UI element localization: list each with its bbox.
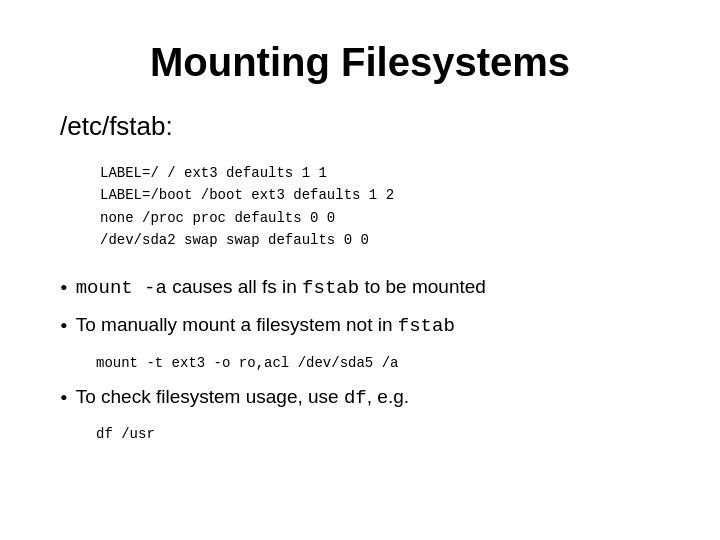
bullet-item-2-code: mount -t ext3 -o ro,acl /dev/sda5 /a (60, 351, 660, 374)
bullet-list: • mount -a causes all fs in fstab to be … (60, 274, 660, 446)
bullet3-code: df /usr (96, 424, 660, 445)
fstab-section-label: /etc/fstab: (60, 111, 660, 142)
bullet-item-2: • To manually mount a filesystem not in … (60, 312, 660, 341)
bullet2-mono: fstab (398, 315, 455, 337)
bullet2-code: mount -t ext3 -o ro,acl /dev/sda5 /a (96, 353, 660, 374)
bullet-dot-2: • (60, 312, 68, 341)
bullet3-mono: df (344, 387, 367, 409)
bullet3-text: To check filesystem usage, use (76, 386, 344, 407)
slide-title: Mounting Filesystems (60, 40, 660, 85)
bullet2-text: To manually mount a filesystem not in (76, 314, 398, 335)
bullet3-suffix: , e.g. (367, 386, 409, 407)
fstab-line-4: /dev/sda2 swap swap defaults 0 0 (100, 229, 660, 251)
bullet1-mono1: mount -a (76, 277, 167, 299)
bullet-item-3: • To check filesystem usage, use df, e.g… (60, 384, 660, 413)
bullet1-suffix: to be mounted (359, 276, 486, 297)
fstab-line-1: LABEL=/ / ext3 defaults 1 1 (100, 162, 660, 184)
bullet-dot-1: • (60, 274, 68, 303)
bullet-item-1: • mount -a causes all fs in fstab to be … (60, 274, 660, 303)
bullet-dot-3: • (60, 384, 68, 413)
fstab-line-3: none /proc proc defaults 0 0 (100, 207, 660, 229)
slide: Mounting Filesystems /etc/fstab: LABEL=/… (0, 0, 720, 540)
fstab-line-2: LABEL=/boot /boot ext3 defaults 1 2 (100, 184, 660, 206)
bullet-text-2: To manually mount a filesystem not in fs… (76, 312, 455, 340)
bullet1-mono2: fstab (302, 277, 359, 299)
bullet-text-1: mount -a causes all fs in fstab to be mo… (76, 274, 486, 302)
bullet-text-3: To check filesystem usage, use df, e.g. (76, 384, 409, 412)
fstab-block: LABEL=/ / ext3 defaults 1 1 LABEL=/boot … (100, 162, 660, 252)
bullet1-text: causes all fs in (167, 276, 302, 297)
bullet-item-3-code: df /usr (60, 422, 660, 445)
